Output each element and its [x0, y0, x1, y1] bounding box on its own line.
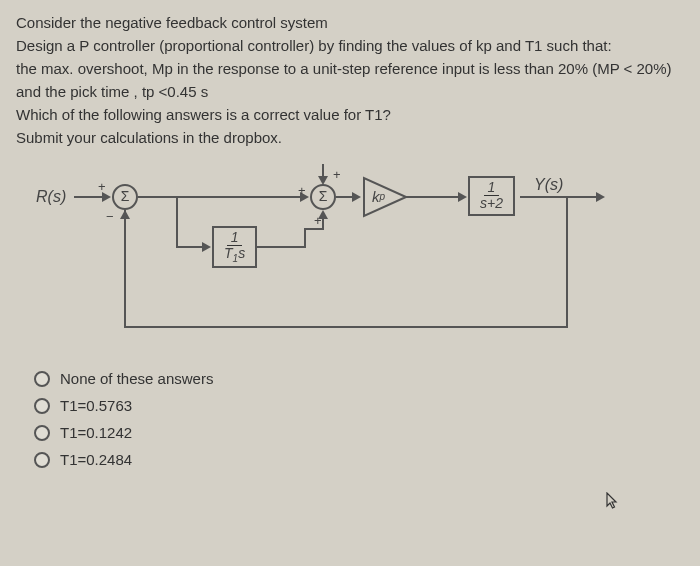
sum-junction-2: Σ — [310, 184, 336, 210]
arrow-icon — [318, 176, 328, 185]
answer-options: None of these answers T1=0.5763 T1=0.124… — [34, 368, 684, 470]
plant-block: 1 s+2 — [468, 176, 515, 216]
wire — [124, 210, 126, 328]
wire — [138, 196, 304, 198]
radio-icon[interactable] — [34, 425, 50, 441]
gain-label: kp — [372, 186, 385, 207]
arrow-icon — [458, 192, 467, 202]
cursor-icon — [606, 492, 620, 516]
option-label: T1=0.5763 — [60, 395, 132, 416]
arrow-icon — [596, 192, 605, 202]
arrow-icon — [352, 192, 361, 202]
question-line: the max. overshoot, Mp in the response t… — [16, 58, 684, 79]
option-label: None of these answers — [60, 368, 213, 389]
question-line: and the pick time , tp <0.45 s — [16, 81, 684, 102]
wire — [406, 196, 462, 198]
option-none[interactable]: None of these answers — [34, 368, 684, 389]
option-label: T1=0.2484 — [60, 449, 132, 470]
arrow-icon — [202, 242, 211, 252]
plus-sign: + — [333, 166, 341, 184]
plus-sign: + — [98, 178, 106, 196]
option-t1-a[interactable]: T1=0.5763 — [34, 395, 684, 416]
arrow-icon — [120, 210, 130, 219]
question-body: Consider the negative feedback control s… — [16, 12, 684, 148]
question-line: Design a P controller (proportional cont… — [16, 35, 684, 56]
radio-icon[interactable] — [34, 452, 50, 468]
block-diagram: R(s) Σ + − Σ + + + kp 1 s+2 Y(s) — [36, 168, 664, 338]
wire — [566, 196, 568, 328]
wire — [124, 326, 568, 328]
question-line: Consider the negative feedback control s… — [16, 12, 684, 33]
wire — [256, 246, 306, 248]
option-t1-b[interactable]: T1=0.1242 — [34, 422, 684, 443]
integrator-block: 1 T1s — [212, 226, 257, 268]
input-label: R(s) — [36, 186, 66, 208]
sum-junction-1: Σ — [112, 184, 138, 210]
option-label: T1=0.1242 — [60, 422, 132, 443]
option-t1-c[interactable]: T1=0.2484 — [34, 449, 684, 470]
plus-sign: + — [298, 182, 306, 200]
wire — [304, 228, 306, 248]
arrow-icon — [318, 210, 328, 219]
wire — [176, 196, 178, 246]
radio-icon[interactable] — [34, 398, 50, 414]
wire — [304, 228, 324, 230]
radio-icon[interactable] — [34, 371, 50, 387]
question-line: Submit your calculations in the dropbox. — [16, 127, 684, 148]
question-line: Which of the following answers is a corr… — [16, 104, 684, 125]
output-label: Y(s) — [534, 174, 563, 196]
minus-sign: − — [106, 208, 114, 226]
